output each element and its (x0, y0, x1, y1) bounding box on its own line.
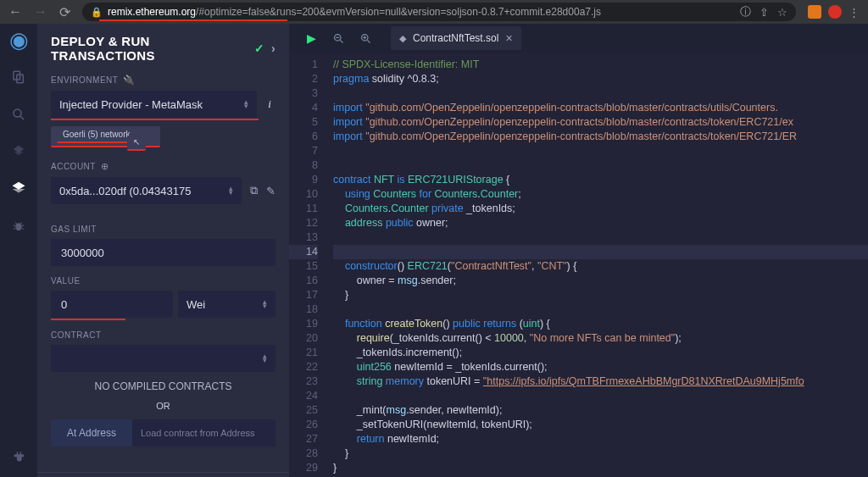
account-select[interactable]: 0x5da...020df (0.04343175 ▴▾ (51, 177, 242, 204)
copy-icon[interactable]: ⧉ (250, 184, 258, 197)
translate-icon[interactable]: ⓘ (740, 4, 751, 19)
account-value: 0x5da...020df (0.04343175 (59, 185, 191, 197)
select-caret-icon: ▴▾ (263, 354, 267, 363)
activity-bar: ◉ (0, 24, 37, 477)
annotation-underline (51, 319, 125, 320)
select-caret-icon: ▴▾ (263, 300, 267, 308)
environment-value: Injected Provider - MetaMask (59, 98, 203, 111)
value-label: VALUE (51, 276, 275, 286)
plug-icon: 🔌 (123, 75, 136, 86)
url-bar[interactable]: 🔒 remix.ethereum.org/#optimize=false&run… (82, 3, 796, 21)
star-icon[interactable]: ☆ (777, 6, 787, 19)
edit-icon[interactable]: ✎ (266, 185, 275, 197)
at-address-button[interactable]: At Address (51, 419, 132, 446)
editor-area: ▶ ◆ ContractNftTest.sol × 12345678910111… (289, 24, 868, 477)
transactions-recorded-row[interactable]: Transactions recorded 3 ⓘ › (37, 472, 289, 477)
contract-label: CONTRACT (51, 330, 275, 340)
url-path: /#optimize=false&runs=200&evmVersion=nul… (196, 6, 601, 18)
or-divider: OR (51, 401, 275, 411)
contract-select[interactable]: ▴▾ (51, 345, 275, 372)
reload-button[interactable]: ⟳ (59, 4, 70, 20)
annotation-underline (99, 19, 287, 21)
lock-icon: 🔒 (91, 7, 103, 18)
plus-circle-icon[interactable]: ⊕ (101, 161, 109, 172)
back-button[interactable]: ← (8, 4, 22, 19)
compiler-icon[interactable] (9, 142, 28, 161)
load-address-input[interactable]: Load contract from Address (132, 419, 275, 446)
share-icon[interactable]: ⇧ (760, 6, 769, 19)
environment-select[interactable]: Injected Provider - MetaMask ▴▾ (51, 91, 257, 118)
value-unit-select[interactable]: Wei ▴▾ (178, 291, 275, 318)
solidity-file-icon: ◆ (399, 33, 406, 44)
plugin-manager-icon[interactable] (9, 448, 28, 467)
metamask-icon[interactable] (808, 5, 821, 19)
editor-toolbar: ▶ ◆ ContractNftTest.sol × (289, 24, 868, 53)
select-caret-icon: ▴▾ (229, 186, 233, 195)
url-host: remix.ethereum.org (108, 6, 196, 18)
account-label: ACCOUNT⊕ (51, 161, 275, 172)
deploy-run-panel: DEPLOY & RUN TRANSACTIONS ✓ › ENVIRONMEN… (37, 24, 289, 477)
forward-button[interactable]: → (34, 4, 47, 19)
value-unit: Wei (186, 298, 205, 311)
tab-filename: ContractNftTest.sol (413, 32, 498, 44)
code-editor[interactable]: 1234567891011121314151617181920212223242… (289, 53, 868, 477)
deploy-icon[interactable] (9, 180, 28, 198)
panel-title-text: DEPLOY & RUN TRANSACTIONS (51, 34, 248, 63)
editor-tab[interactable]: ◆ ContractNftTest.sol × (391, 26, 521, 50)
line-number-gutter: 1234567891011121314151617181920212223242… (289, 53, 326, 477)
zoom-in-button[interactable] (353, 26, 377, 50)
gas-limit-label: GAS LIMIT (51, 225, 275, 234)
file-explorer-icon[interactable] (9, 68, 28, 86)
code-body[interactable]: // SPDX-License-Identifier: MITpragma so… (326, 53, 868, 477)
close-tab-button[interactable]: × (505, 31, 512, 45)
cursor-icon: ↖ (127, 136, 146, 151)
svg-point-2 (14, 109, 21, 117)
search-icon[interactable] (9, 105, 28, 124)
remix-logo-icon[interactable]: ◉ (9, 31, 28, 49)
debugger-icon[interactable] (9, 217, 28, 236)
chevron-right-icon[interactable]: › (271, 42, 275, 55)
run-button[interactable]: ▶ (299, 26, 323, 50)
zoom-out-button[interactable] (326, 26, 350, 50)
menu-icon[interactable]: ⋮ (849, 6, 860, 19)
select-caret-icon: ▴▾ (244, 100, 248, 108)
panel-title: DEPLOY & RUN TRANSACTIONS ✓ › (51, 34, 275, 63)
environment-label: ENVIRONMENT🔌 (51, 75, 275, 86)
annotation-underline (51, 119, 259, 120)
extension-icon[interactable] (828, 5, 842, 19)
network-badge: Goerli (5) network↖ (51, 125, 160, 147)
value-amount-input[interactable] (51, 291, 173, 318)
check-icon: ✓ (254, 42, 264, 55)
gas-limit-input[interactable] (51, 239, 275, 266)
browser-chrome-bar: ← → ⟳ 🔒 remix.ethereum.org/#optimize=fal… (0, 0, 868, 24)
info-icon[interactable]: i (264, 97, 275, 111)
no-compiled-message: NO COMPILED CONTRACTS (51, 380, 275, 392)
